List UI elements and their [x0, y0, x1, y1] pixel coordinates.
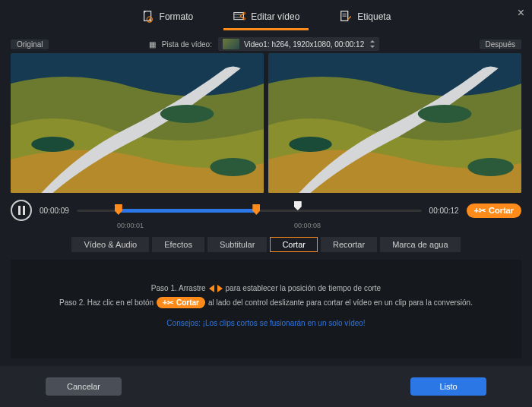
step2-text-a: Paso 2. Haz clic en el botón — [59, 298, 154, 307]
trim-handle-start[interactable] — [115, 204, 122, 215]
despues-label: Después — [480, 39, 521, 49]
ok-button[interactable]: Listo — [410, 377, 486, 396]
cortar-button[interactable]: +✂ Cortar — [467, 204, 521, 218]
svg-point-14 — [210, 158, 256, 176]
video-track-value: Video1: h264, 1920x1080, 00:00:12 — [244, 40, 364, 49]
svg-point-2 — [148, 18, 150, 20]
file-pencil-icon — [339, 10, 353, 24]
tab-formato-label: Formato — [160, 11, 194, 22]
pause-icon — [18, 206, 25, 215]
timeline-track[interactable] — [77, 203, 422, 218]
svg-point-16 — [289, 137, 332, 152]
video-thumb-icon — [223, 39, 239, 49]
trim-handle-end[interactable] — [252, 204, 260, 215]
step2-text-b: al lado del control deslizante para cort… — [208, 298, 473, 307]
video-track-select[interactable]: Video1: h264, 1920x1080, 00:00:12 — [218, 37, 379, 51]
cancel-button[interactable]: Cancelar — [46, 377, 122, 396]
step1-text-b: para establecer la posición de tiempo de… — [226, 284, 382, 292]
tab-marca-agua[interactable]: Marca de agua — [380, 237, 460, 252]
svg-point-13 — [160, 105, 214, 123]
scissors-plus-icon: +✂ — [163, 298, 173, 307]
handle-left-icon — [209, 285, 214, 292]
footer: Cancelar Listo — [0, 366, 532, 407]
step1-text-a: Paso 1. Arrastre — [151, 284, 206, 292]
track-label: Pista de vídeo: — [162, 40, 212, 49]
tip-text: Consejos: ¡Los clips cortos se fusionará… — [18, 319, 514, 327]
tab-editar-video[interactable]: Editar vídeo — [223, 5, 309, 30]
film-scissors-icon — [233, 10, 246, 24]
time-current: 00:00:09 — [40, 207, 69, 215]
handle-right-icon — [217, 285, 223, 292]
tab-cortar[interactable]: Cortar — [270, 237, 318, 252]
tab-video-audio[interactable]: Vídeo & Audio — [71, 237, 149, 252]
tab-etiqueta-label: Etiqueta — [357, 11, 391, 22]
svg-point-18 — [467, 158, 514, 176]
play-pause-button[interactable] — [11, 200, 32, 221]
trim-start-time: 00:00:01 — [117, 222, 144, 229]
edit-tabs: Vídeo & Audio Efectos Subtitular Cortar … — [0, 232, 532, 257]
svg-point-17 — [418, 105, 472, 123]
scissors-plus-icon: +✂ — [474, 206, 486, 216]
tab-etiqueta[interactable]: Etiqueta — [330, 5, 400, 30]
preview-after — [268, 53, 521, 193]
close-icon[interactable]: × — [518, 6, 524, 20]
tab-efectos[interactable]: Efectos — [152, 237, 204, 252]
svg-point-12 — [31, 137, 74, 152]
file-gear-icon — [141, 10, 155, 24]
cortar-button-inline: +✂ Cortar — [157, 297, 205, 308]
film-icon: ▦ — [149, 40, 156, 49]
tab-formato[interactable]: Formato — [132, 5, 203, 30]
trim-end-time: 00:00:08 — [294, 222, 321, 229]
tab-editar-label: Editar vídeo — [251, 11, 299, 22]
svg-rect-3 — [234, 12, 244, 19]
top-tabs: Formato Editar vídeo Etiqueta × — [0, 0, 532, 35]
instructions-panel: Paso 1. Arrastre para establecer la posi… — [11, 260, 521, 358]
tab-recortar[interactable]: Recortar — [321, 237, 377, 252]
tab-subtitular[interactable]: Subtitular — [207, 237, 267, 252]
preview-original — [11, 53, 264, 193]
original-label: Original — [11, 39, 49, 49]
time-total: 00:00:12 — [429, 207, 459, 215]
